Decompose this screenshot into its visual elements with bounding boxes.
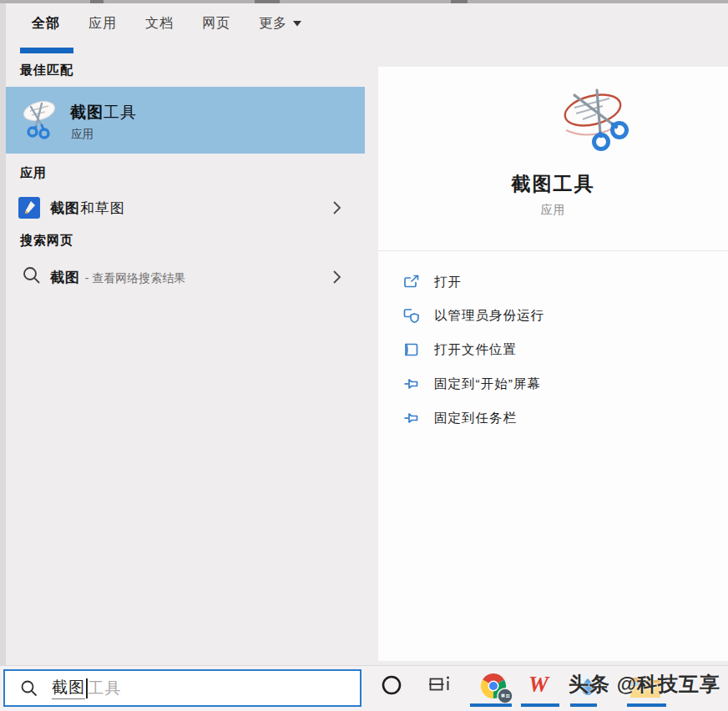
admin-shield-icon: [403, 307, 420, 324]
tab-web[interactable]: 网页: [202, 15, 230, 33]
web-search-result[interactable]: 截图 - 查看网络搜索结果: [0, 259, 365, 295]
taskbar: 截图工具 W: [0, 665, 728, 711]
web-section-header: 搜索网页: [20, 233, 73, 249]
chevron-right-icon[interactable]: [332, 270, 341, 285]
app-type-label: 应用: [378, 203, 728, 218]
tab-more[interactable]: 更多: [259, 15, 301, 33]
running-app-indicator: [521, 703, 559, 707]
divider: [378, 250, 728, 251]
wps-icon[interactable]: W: [528, 672, 549, 698]
panel-edge: [0, 3, 6, 665]
running-app-indicator: [627, 703, 666, 707]
snipping-tool-icon: [22, 98, 60, 142]
app-result-title: 截图和草图: [50, 199, 125, 218]
active-tab-indicator: [20, 48, 73, 53]
pin-icon: [403, 410, 420, 426]
text-caret: [86, 678, 88, 698]
window-edge: [0, 0, 728, 3]
open-icon: [403, 274, 420, 290]
tab-more-label: 更多: [259, 15, 287, 33]
watermark-text: 头条 @科技互享: [569, 671, 720, 698]
search-suggestion-text: 工具: [88, 678, 122, 699]
tab-all[interactable]: 全部: [32, 15, 60, 33]
tab-documents[interactable]: 文档: [145, 15, 174, 33]
best-match-result-snipping-tool[interactable]: 截图工具 应用: [0, 87, 365, 154]
search-typed-text: 截图: [52, 677, 85, 699]
app-title: 截图工具: [378, 171, 728, 197]
folder-icon: [403, 341, 420, 358]
action-label: 固定到任务栏: [434, 410, 517, 427]
search-input[interactable]: 截图工具: [3, 669, 361, 707]
task-view-icon[interactable]: [429, 676, 452, 694]
best-match-type: 应用: [71, 127, 94, 142]
chevron-right-icon[interactable]: [332, 200, 341, 215]
running-app-indicator: [470, 703, 512, 707]
best-match-title: 截图工具: [70, 102, 137, 124]
apps-section-header: 应用: [20, 165, 47, 181]
dropdown-arrow-icon: [293, 21, 301, 27]
web-search-text: 截图 - 查看网络搜索结果: [50, 268, 185, 287]
cortana-icon[interactable]: [381, 674, 402, 696]
search-filter-tabs: 全部 应用 文档 网页 更多: [32, 15, 301, 33]
search-icon: [22, 265, 42, 285]
action-label: 以管理员身份运行: [434, 307, 544, 325]
action-pin-to-taskbar[interactable]: 固定到任务栏: [403, 406, 720, 431]
action-open[interactable]: 打开: [403, 270, 720, 295]
running-app-indicator: [570, 703, 597, 707]
app-result-snip-sketch[interactable]: 截图和草图: [0, 189, 365, 226]
snipping-tool-icon: [561, 85, 631, 164]
chrome-icon[interactable]: [479, 672, 514, 705]
windows-search-panel: 全部 应用 文档 网页 更多 最佳匹配 截图工具 应用 应用: [0, 0, 728, 711]
action-pin-to-start[interactable]: 固定到“开始”屏幕: [403, 371, 720, 396]
pin-icon: [403, 376, 420, 392]
magnifier-icon: [20, 679, 38, 698]
snip-sketch-icon: [18, 197, 40, 219]
action-open-file-location[interactable]: 打开文件位置: [403, 337, 720, 362]
app-detail-panel: 截图工具 应用 打开 以管理员身份运行 打开文件位置: [378, 67, 728, 661]
action-label: 固定到“开始”屏幕: [434, 376, 541, 393]
action-label: 打开文件位置: [434, 341, 517, 359]
action-label: 打开: [434, 274, 462, 291]
tab-apps[interactable]: 应用: [88, 15, 117, 33]
best-match-header: 最佳匹配: [20, 63, 73, 78]
action-run-as-admin[interactable]: 以管理员身份运行: [403, 303, 720, 328]
